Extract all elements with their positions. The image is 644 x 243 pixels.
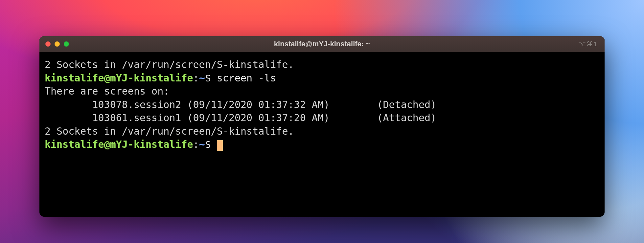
- command-text: screen -ls: [217, 72, 276, 84]
- output-line: 103061.session1 (09/11/2020 01:37:20 AM)…: [45, 112, 436, 123]
- zoom-icon[interactable]: [64, 41, 69, 47]
- prompt-colon: :: [193, 72, 199, 84]
- output-line: There are screens on:: [45, 85, 169, 97]
- output-line: 2 Sockets in /var/run/screen/S-kinstalif…: [45, 125, 294, 137]
- window-shortcut-hint: ⌥⌘1: [578, 40, 598, 48]
- output-line: 2 Sockets in /var/run/screen/S-kinstalif…: [45, 59, 294, 70]
- prompt-user: kinstalife: [45, 139, 104, 150]
- window-title: kinstalife@mYJ-kinstalife: ~: [39, 40, 605, 48]
- prompt-path: ~: [199, 72, 205, 84]
- prompt-colon: :: [193, 139, 199, 150]
- prompt-host: mYJ-kinstalife: [110, 72, 193, 84]
- prompt-dollar: $: [205, 139, 217, 150]
- cursor-icon: [217, 140, 223, 151]
- prompt-at: @: [104, 139, 110, 150]
- terminal-window: kinstalife@mYJ-kinstalife: ~ ⌥⌘1 2 Socke…: [39, 36, 605, 217]
- prompt-dollar: $: [205, 72, 217, 84]
- prompt-path: ~: [199, 139, 205, 150]
- close-icon[interactable]: [45, 41, 51, 47]
- title-bar[interactable]: kinstalife@mYJ-kinstalife: ~ ⌥⌘1: [39, 36, 605, 52]
- terminal-body[interactable]: 2 Sockets in /var/run/screen/S-kinstalif…: [39, 52, 605, 217]
- prompt-user: kinstalife: [45, 72, 104, 84]
- output-line: 103078.session2 (09/11/2020 01:37:32 AM)…: [45, 99, 436, 110]
- prompt-at: @: [104, 72, 110, 84]
- prompt-host: mYJ-kinstalife: [110, 139, 193, 150]
- minimize-icon[interactable]: [55, 41, 60, 47]
- window-controls: [45, 41, 69, 47]
